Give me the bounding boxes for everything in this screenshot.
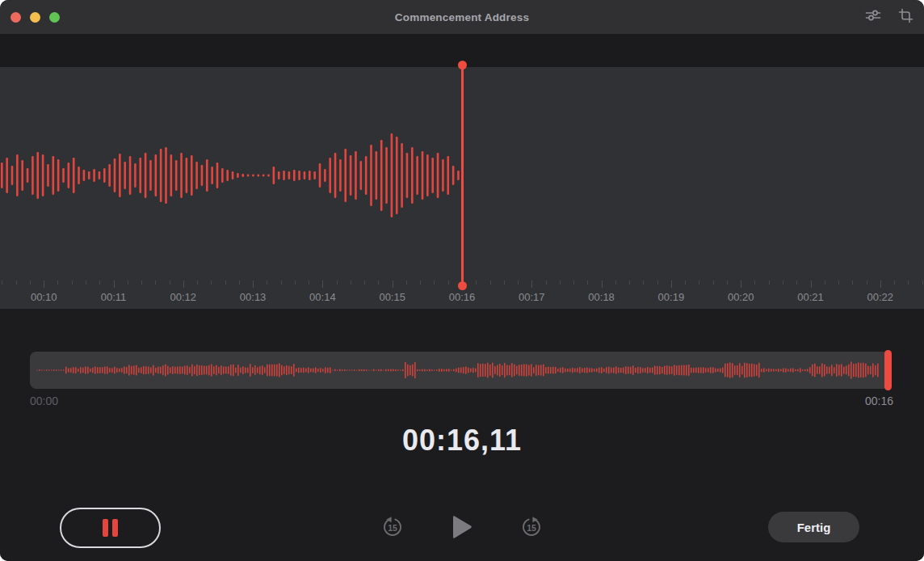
timeline-tick <box>406 280 407 285</box>
timeline-tick <box>322 280 323 288</box>
timeline-tick <box>685 280 686 285</box>
timeline-tick <box>811 280 812 288</box>
timeline-tick <box>239 280 240 285</box>
skip-forward-15-button[interactable]: 15 <box>520 516 543 541</box>
timeline-label: 00:11 <box>101 291 127 303</box>
timeline-label: 00:17 <box>519 291 545 303</box>
timeline-tick <box>434 280 435 285</box>
timeline-tick <box>894 280 895 285</box>
timeline-tick <box>30 280 31 285</box>
timeline-tick <box>671 280 672 288</box>
timeline-tick <box>546 280 547 285</box>
timeline-tick <box>741 280 741 288</box>
timeline-tick <box>197 280 198 285</box>
timeline-tick <box>309 280 309 285</box>
timeline-tick <box>141 280 142 285</box>
timeline-tick <box>754 280 755 285</box>
overview-position-handle[interactable] <box>884 350 892 390</box>
timeline-label: 00:16 <box>449 291 476 303</box>
svg-text:15: 15 <box>527 522 536 532</box>
timeline-tick <box>128 280 128 285</box>
timeline-tick <box>281 280 282 285</box>
pause-icon <box>103 519 108 537</box>
timeline-tick <box>225 280 226 285</box>
timeline-label: 00:18 <box>588 291 615 303</box>
timeline-tick <box>560 280 561 285</box>
overview-start-time: 00:00 <box>30 394 58 407</box>
timeline-tick <box>16 280 17 285</box>
pause-icon <box>112 519 118 537</box>
timeline-tick <box>44 280 44 288</box>
timeline-tick <box>337 280 338 285</box>
timeline-tick <box>908 280 909 285</box>
crop-icon <box>898 8 914 27</box>
timeline-label: 00:20 <box>728 291 754 303</box>
timeline-tick <box>351 280 351 285</box>
timeline-tick <box>587 280 588 285</box>
window-title: Commencement Address <box>0 0 924 34</box>
timeline-label: 00:15 <box>379 291 405 303</box>
timeline-tick <box>713 280 714 285</box>
timeline-label: 00:10 <box>31 291 57 303</box>
waveform-adjust-button[interactable] <box>863 6 884 27</box>
timeline-tick <box>531 280 532 288</box>
timeline-tick <box>183 280 184 288</box>
timeline-tick <box>86 280 86 285</box>
timeline-label: 00:13 <box>240 291 267 303</box>
overview-waveform <box>30 352 889 389</box>
timeline-tick <box>838 280 839 285</box>
play-icon <box>450 514 474 542</box>
timeline-tick <box>253 280 254 288</box>
timeline-tick <box>867 280 867 285</box>
timeline-tick <box>573 280 574 285</box>
titlebar: Commencement Address <box>0 0 924 34</box>
timeline-tick <box>504 280 505 285</box>
timeline-tick <box>699 280 699 285</box>
timeline-tick <box>852 280 853 285</box>
timeline-tick <box>295 280 296 285</box>
overview-strip[interactable] <box>30 352 889 389</box>
timeline-tick <box>727 280 728 285</box>
timeline-tick <box>211 280 212 285</box>
skip-back-15-button[interactable]: 15 <box>381 516 404 541</box>
playback-buttons: 15 15 <box>381 508 543 548</box>
elapsed-time: 00:16,11 <box>0 424 924 458</box>
timeline-tick <box>72 280 73 285</box>
timeline-label: 00:21 <box>797 291 824 303</box>
overview-end-time: 00:16 <box>865 394 893 407</box>
timeline-tick <box>490 280 491 285</box>
timeline-label: 00:12 <box>170 291 197 303</box>
playhead-top-dot[interactable] <box>458 61 467 70</box>
timeline-tick <box>57 280 58 285</box>
playhead-bottom-dot[interactable] <box>458 281 467 290</box>
lower-panel: 00:00 00:16 00:16,11 15 <box>0 309 924 561</box>
timeline-tick <box>378 280 379 285</box>
timeline-tick <box>476 280 477 285</box>
timeline-tick <box>99 280 100 285</box>
crop-button[interactable] <box>895 6 916 27</box>
timeline-tick <box>448 280 449 285</box>
timeline-tick <box>2 280 2 285</box>
skip-back-15-icon: 15 <box>381 516 404 541</box>
svg-text:15: 15 <box>388 522 397 532</box>
sliders-icon <box>864 6 882 27</box>
timeline-label: 00:19 <box>658 291 685 303</box>
done-button[interactable]: Fertig <box>768 512 859 542</box>
timeline-tick <box>420 280 421 285</box>
timeline-tick <box>518 280 519 285</box>
timeline-tick <box>922 280 923 285</box>
timeline-tick <box>615 280 616 285</box>
timeline-tick <box>643 280 644 285</box>
timeline-tick <box>796 280 797 285</box>
timeline-tick <box>825 280 825 285</box>
timeline-tick <box>880 280 881 288</box>
playhead[interactable] <box>461 65 464 286</box>
timeline-tick <box>602 280 603 288</box>
timeline-tick <box>657 280 658 285</box>
transport-controls: 15 15 <box>0 508 924 550</box>
play-button[interactable] <box>450 514 474 542</box>
pause-button[interactable] <box>60 508 161 548</box>
timeline-tick <box>267 280 267 285</box>
timeline-tick <box>769 280 770 285</box>
timeline-tick <box>170 280 170 285</box>
